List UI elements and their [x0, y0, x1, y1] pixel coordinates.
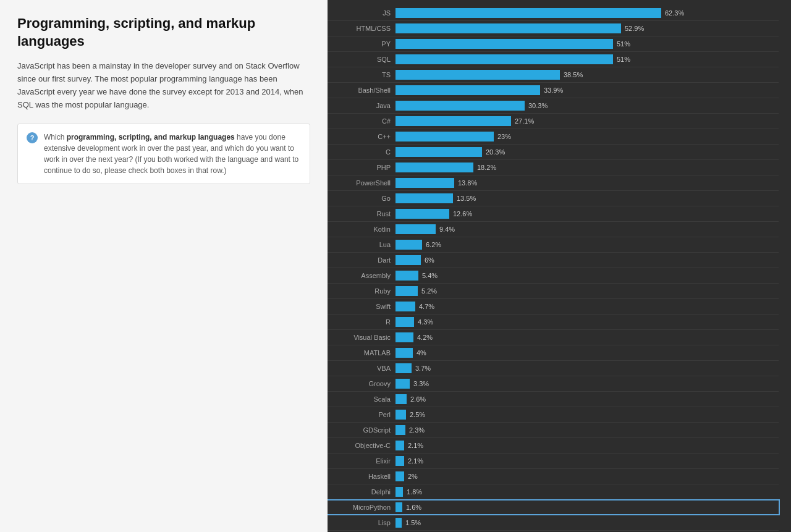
bar-container: 1.6%: [396, 502, 779, 512]
bar-container: 5.2%: [396, 286, 779, 296]
bar-label: Scala: [328, 395, 396, 403]
bar-label: Haskell: [328, 473, 396, 480]
bar-value: 2.3%: [409, 426, 425, 434]
bar-value: 52.9%: [625, 25, 644, 32]
chart-row: Bash/Shell 33.9%: [328, 83, 779, 97]
bar-container: 23%: [396, 132, 779, 141]
bar-fill: [396, 224, 436, 234]
bar-container: 9.4%: [396, 224, 779, 234]
bar-fill: [396, 317, 414, 327]
bar-fill: [396, 70, 560, 80]
bar-value: 1.5%: [405, 519, 421, 526]
chart-row: PY 51%: [328, 37, 779, 51]
bar-label: JS: [328, 9, 396, 17]
chart-row: Ruby 5.2%: [328, 284, 779, 298]
bar-label: Objective-C: [328, 442, 396, 449]
bar-value: 1.8%: [407, 488, 422, 496]
bar-fill: [396, 487, 403, 497]
bar-container: 4.3%: [396, 317, 779, 327]
bar-fill: [396, 363, 412, 373]
bar-container: 1.5%: [396, 518, 779, 528]
bar-label: R: [328, 318, 396, 326]
bar-label: Assembly: [328, 272, 396, 279]
bar-label: PY: [328, 40, 396, 48]
bar-fill: [396, 240, 422, 250]
bar-container: 38.5%: [396, 70, 779, 80]
bar-container: 6%: [396, 255, 779, 265]
bar-container: 52.9%: [396, 23, 779, 33]
chart-row: Rust 12.6%: [328, 207, 779, 221]
bar-label: C: [328, 148, 396, 156]
chart-row: TS 38.5%: [328, 68, 779, 82]
bar-container: 33.9%: [396, 85, 779, 95]
bar-fill: [396, 394, 407, 404]
bar-value: 33.9%: [544, 87, 563, 94]
bar-fill: [396, 471, 404, 481]
bar-container: 13.5%: [396, 193, 779, 203]
chart-row: C 20.3%: [328, 145, 779, 159]
bar-value: 13.8%: [458, 179, 477, 187]
chart-row: Swift 4.7%: [328, 300, 779, 313]
bar-value: 13.5%: [457, 195, 476, 202]
chart-row: GDScript 2.3%: [328, 423, 779, 437]
question-icon: ?: [27, 132, 38, 143]
bar-value: 5.4%: [422, 272, 438, 279]
page-title: Programming, scripting, and markup langu…: [17, 15, 310, 50]
chart-row: C++ 23%: [328, 130, 779, 143]
bar-fill: [396, 23, 621, 33]
bar-label: VBA: [328, 365, 396, 372]
bar-fill: [396, 178, 454, 188]
bar-container: 18.2%: [396, 163, 779, 172]
bar-fill: [396, 101, 525, 111]
bar-label: Elixir: [328, 457, 396, 465]
bar-container: 4.7%: [396, 302, 779, 311]
bar-value: 1.6%: [406, 504, 421, 511]
bar-label: Delphi: [328, 488, 396, 496]
bar-fill: [396, 379, 410, 389]
description-text: JavaScript has been a mainstay in the de…: [17, 60, 310, 111]
bar-container: 51%: [396, 54, 779, 64]
bar-label: Perl: [328, 411, 396, 418]
bar-value: 4.3%: [418, 318, 433, 326]
chart-row: Kotlin 9.4%: [328, 222, 779, 236]
bar-value: 18.2%: [477, 164, 496, 171]
bar-value: 51%: [617, 40, 630, 48]
bar-value: 38.5%: [564, 71, 583, 78]
bar-fill: [396, 302, 415, 311]
chart-row: Haskell 2%: [328, 470, 779, 483]
bar-container: 2.1%: [396, 456, 779, 466]
bar-container: 13.8%: [396, 178, 779, 188]
chart-row: Elixir 2.1%: [328, 454, 779, 468]
bar-fill: [396, 193, 453, 203]
bar-label: Swift: [328, 303, 396, 310]
chart-row: MATLAB 4%: [328, 346, 779, 360]
bar-label: Java: [328, 102, 396, 109]
chart-row: Groovy 3.3%: [328, 377, 779, 391]
chart-row: Lisp 1.5%: [328, 516, 779, 530]
bar-fill: [396, 271, 418, 281]
chart-row: Dart 6%: [328, 253, 779, 267]
bar-value: 23%: [497, 133, 511, 140]
bar-value: 4.2%: [417, 334, 433, 341]
bar-label: PHP: [328, 164, 396, 171]
chart-row: SQL 51%: [328, 53, 779, 66]
bar-fill: [396, 332, 413, 342]
bar-container: 3.3%: [396, 379, 779, 389]
bar-label: Ruby: [328, 287, 396, 295]
bar-value: 30.3%: [528, 102, 548, 109]
bar-fill: [396, 425, 405, 435]
bar-container: 2.3%: [396, 425, 779, 435]
bar-value: 3.3%: [413, 380, 429, 387]
bar-container: 6.2%: [396, 240, 779, 250]
chart-row: Scala 2.6%: [328, 392, 779, 406]
bar-container: 20.3%: [396, 147, 779, 157]
bar-label: TS: [328, 71, 396, 78]
chart-row: JS 62.3%: [328, 6, 779, 20]
chart-row: PowerShell 13.8%: [328, 176, 779, 190]
chart-row: MicroPython 1.6%: [328, 500, 779, 514]
bar-label: Rust: [328, 210, 396, 217]
bar-value: 4.7%: [419, 303, 434, 310]
bar-container: 27.1%: [396, 116, 779, 126]
bar-container: 5.4%: [396, 271, 779, 281]
bar-label: Lisp: [328, 519, 396, 526]
